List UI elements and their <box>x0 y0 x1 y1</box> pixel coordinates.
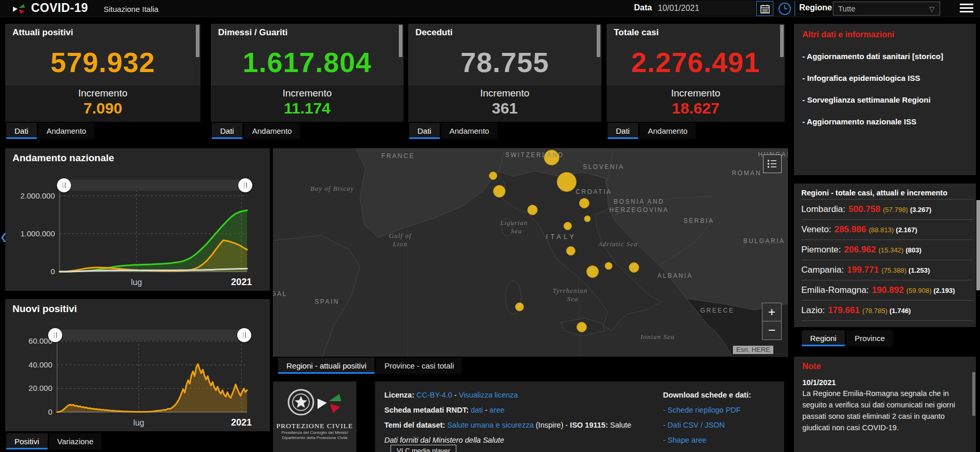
date-input[interactable] <box>654 1 755 16</box>
map-bubble[interactable] <box>544 150 559 165</box>
metadata-link[interactable]: - Metadata <box>663 448 782 452</box>
chart-title: Andamento nazionale <box>12 152 114 164</box>
card-scrollbar[interactable] <box>196 25 199 57</box>
region-name: Lombardia: <box>801 204 845 215</box>
tab-province-casi-totali[interactable]: Province - casi totali <box>376 358 462 374</box>
region-row-veneto[interactable]: Veneto: 285.986 (88.813) (2.167) <box>801 219 973 239</box>
altri-dati-panel: Altri dati e informazioni - Aggiornament… <box>794 24 976 175</box>
temi-label: Temi del dataset: <box>384 421 445 429</box>
tab-positivi[interactable]: Positivi <box>6 433 48 449</box>
region-current: (75.388) <box>882 266 906 274</box>
slider-handle-right[interactable] <box>238 178 252 192</box>
map-bubble[interactable] <box>586 265 599 278</box>
tab-dati[interactable]: Dati <box>6 123 37 139</box>
tab-andamento[interactable]: Andamento <box>38 123 95 139</box>
card3-tabs: Dati Andamento <box>608 123 696 139</box>
rndt-label: Scheda metadati RNDT: <box>384 406 469 414</box>
schede-pdf-link[interactable]: - Schede riepilogo PDF <box>663 403 782 418</box>
tab-dati[interactable]: Dati <box>212 123 242 139</box>
slider-track[interactable] <box>55 330 246 341</box>
calendar-button[interactable] <box>756 1 773 16</box>
tab-variazione[interactable]: Variazione <box>49 433 102 449</box>
region-row-lombardia[interactable]: Lombardia: 500.758 (57.798) (3.267) <box>801 199 973 219</box>
collapse-panel-chevron-icon[interactable]: ❮ <box>0 232 7 243</box>
region-row-lazio[interactable]: Lazio: 179.661 (78.785) (1.746) <box>801 300 973 320</box>
region-increment: (1.253) <box>909 266 930 274</box>
region-total: 206.962 <box>844 245 876 255</box>
tab-label: Province - casi totali <box>384 361 454 370</box>
map-bubble[interactable] <box>584 216 591 222</box>
app-title: COVID-19 <box>31 1 88 15</box>
card-scrollbar[interactable] <box>399 25 402 57</box>
shape-aree-link[interactable]: - Shape aree <box>663 433 782 448</box>
regione-dropdown[interactable]: Tutte ▽ <box>833 2 940 16</box>
card-scrollbar[interactable] <box>780 25 784 57</box>
region-increment: (2.167) <box>896 226 917 234</box>
region-increment: (1.746) <box>889 307 911 315</box>
slider-handle-left[interactable] <box>57 178 71 192</box>
link-aggiornamento-nazionale-iss[interactable]: - Aggiornamento nazionale ISS <box>802 116 968 127</box>
covid-dashboard: COVID-19 Situazione Italia Data Regio <box>0 0 980 452</box>
slider-track[interactable] <box>64 180 247 191</box>
tab-province[interactable]: Province <box>846 330 893 346</box>
rndt-dati-link[interactable]: dati <box>471 406 483 414</box>
tab-dati[interactable]: Dati <box>608 123 638 139</box>
region-total: 285.986 <box>834 224 866 235</box>
map-bubble[interactable] <box>493 185 506 197</box>
region-row-piemonte[interactable]: Piemonte: 206.962 (15.342) (803) <box>801 239 973 260</box>
link-aggiornamento-dati-sanitari[interactable]: - Aggiornamento dati sanitari [storico] <box>802 51 968 62</box>
date-label: Data <box>634 3 652 12</box>
org-name: PROTEZIONE CIVILE <box>273 422 356 430</box>
region-name: Piemonte: <box>801 245 841 255</box>
time-button[interactable] <box>778 2 791 16</box>
salute-umana-link[interactable]: Salute umana e sicurezza <box>447 421 534 429</box>
region-row-emilia-romagna[interactable]: Emilia-Romagna: 190.892 (59.908) (2.193) <box>801 280 973 300</box>
tab-andamento[interactable]: Andamento <box>244 123 300 139</box>
region-row-campania[interactable]: Campania: 199.771 (75.388) (1.253) <box>801 260 973 280</box>
time-range-slider <box>57 178 254 192</box>
calendar-icon <box>760 4 770 13</box>
map-bubble[interactable] <box>557 172 577 192</box>
slider-handle-right[interactable] <box>237 328 251 342</box>
map-bubble[interactable] <box>577 322 587 332</box>
dati-csv-json-link[interactable]: - Dati CSV / JSON <box>663 418 782 433</box>
note-scrollbar[interactable] <box>972 372 975 416</box>
visualizza-licenza-link[interactable]: Visualizza licenza <box>459 391 518 399</box>
tab-regioni-attuali-positivi[interactable]: Regioni - attuali positivi <box>278 358 374 374</box>
tab-dati[interactable]: Dati <box>409 123 440 139</box>
svg-text:20.000: 20.000 <box>28 384 52 392</box>
card2-tabs: Dati Andamento <box>409 123 497 139</box>
regions-scrollbar[interactable] <box>976 200 980 290</box>
map-bubble[interactable] <box>527 205 538 215</box>
slider-handle-left[interactable] <box>48 328 62 342</box>
zoom-in-button[interactable]: + <box>762 303 782 321</box>
basemap <box>273 148 788 357</box>
map-bubble[interactable] <box>564 222 572 230</box>
card-scrollbar[interactable] <box>597 25 600 57</box>
separator: - <box>485 406 487 414</box>
layer-list-button[interactable] <box>763 154 782 173</box>
tab-andamento[interactable]: Andamento <box>441 123 498 139</box>
link-sorveglianza-regioni[interactable]: - Sorveglianza settimanale Regioni <box>802 94 968 105</box>
zoom-out-button[interactable]: − <box>762 321 782 340</box>
map-bubble[interactable] <box>515 302 524 311</box>
region-total: 124.851 <box>840 326 871 327</box>
map-bubble[interactable] <box>629 262 639 273</box>
layer-list-icon <box>767 159 777 169</box>
tab-andamento[interactable]: Andamento <box>640 123 696 139</box>
map-bubble[interactable] <box>566 246 575 256</box>
map-bubble[interactable] <box>605 262 613 270</box>
cc-by-link[interactable]: CC-BY-4.0 <box>416 391 452 399</box>
tab-label: Andamento <box>648 126 688 135</box>
link-infografica-iss[interactable]: - Infografica epidemiologica ISS <box>802 73 968 83</box>
menu-icon[interactable] <box>960 4 973 14</box>
map-bubble[interactable] <box>489 172 497 180</box>
rndt-aree-link[interactable]: aree <box>489 406 505 414</box>
card-value: 2.276.491 <box>607 46 785 78</box>
tab-regioni[interactable]: Regioni <box>802 330 845 346</box>
card-dimessi-guariti: Dimessi / Guariti 1.617.804 Incremento 1… <box>211 24 403 122</box>
region-row-toscana[interactable]: Toscana: 124.851 (8.461) (473) <box>801 320 973 327</box>
region-increment: (2.193) <box>933 287 955 294</box>
map-bubble[interactable] <box>579 198 589 208</box>
italy-bubble-map[interactable]: FRANCESWITZERLANDSLOVENIACROATIABOSNIA A… <box>273 148 788 357</box>
